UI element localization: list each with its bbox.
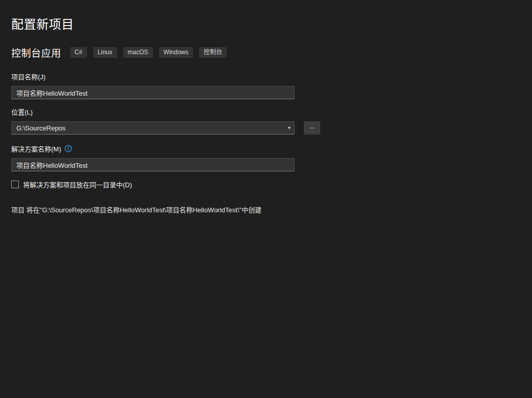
solution-name-input[interactable] [11, 158, 295, 171]
location-row: G:\SourceRepos ▾ ... [11, 121, 521, 135]
solution-name-label-row: 解决方案名称(M) [11, 144, 521, 153]
same-directory-checkbox[interactable] [11, 181, 19, 188]
same-directory-checkbox-label: 将解决方案和项目放在同一目录中(D) [23, 180, 132, 189]
template-tags: C# Linux macOS Windows 控制台 [70, 47, 227, 58]
page-title: 配置新项目 [11, 14, 521, 32]
tag-console: 控制台 [199, 47, 227, 58]
chevron-down-icon: ▾ [288, 125, 291, 130]
location-combobox-value: G:\SourceRepos [16, 124, 65, 132]
info-icon[interactable] [64, 145, 72, 152]
location-combobox[interactable]: G:\SourceRepos ▾ [11, 121, 295, 135]
tag-windows: Windows [159, 47, 193, 58]
template-header-row: 控制台应用 C# Linux macOS Windows 控制台 [11, 46, 521, 59]
location-label: 位置(L) [11, 107, 33, 117]
tag-linux: Linux [93, 47, 117, 58]
tag-macos: macOS [123, 47, 153, 58]
solution-name-label: 解决方案名称(M) [11, 144, 61, 153]
browse-button[interactable]: ... [304, 121, 320, 135]
same-directory-option[interactable]: 将解决方案和项目放在同一目录中(D) [11, 180, 521, 189]
project-name-label: 项目名称(J) [11, 72, 46, 81]
template-name: 控制台应用 [11, 46, 61, 59]
project-name-field: 项目名称(J) [11, 72, 521, 99]
tag-csharp: C# [70, 47, 87, 58]
project-name-input[interactable] [11, 86, 295, 99]
location-field: 位置(L) G:\SourceRepos ▾ ... [11, 107, 521, 135]
configure-new-project-page: 配置新项目 控制台应用 C# Linux macOS Windows 控制台 项… [0, 0, 532, 214]
creation-info-text: 项目 将在"G:\SourceRepos\项目名称HelloWorldTest\… [11, 205, 521, 214]
solution-name-field: 解决方案名称(M) [11, 144, 521, 171]
